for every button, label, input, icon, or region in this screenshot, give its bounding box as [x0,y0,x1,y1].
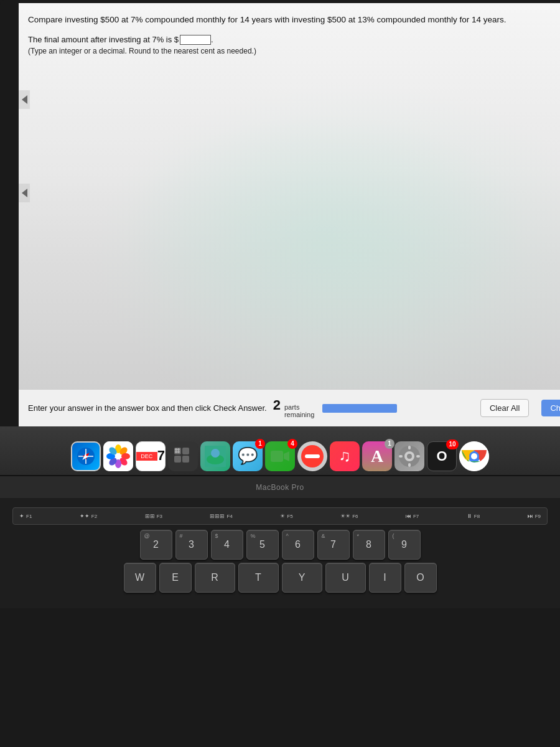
svg-rect-33 [408,463,411,467]
key-8[interactable]: * 8 [353,530,385,560]
tb-f8[interactable]: ⏸ F8 [467,513,480,519]
tb-f7[interactable]: ⏮ F7 [406,513,419,519]
dock-item-music[interactable]: ♫ [330,441,360,471]
tb-f8-icon: ⏸ [467,513,472,519]
number-row: @ 2 # 3 $ 4 % 5 ^ 6 & 7 * 8 ( 9 [12,530,548,560]
answer-input-box[interactable] [180,35,211,45]
svg-rect-16 [174,456,181,463]
dock-item-sysprefs[interactable] [394,441,424,471]
macbook-label-area: MacBook Pro [0,476,560,498]
svg-rect-15 [182,448,189,454]
messages-icon: 💬 1 [233,441,263,471]
tb-f4-icon: ⊞⊞⊞ [210,513,225,519]
tb-f2[interactable]: ✦✦ F2 [80,513,97,519]
keyboard-area: ✦ F1 ✦✦ F2 ⊞⊞ F3 ⊞⊞⊞ F4 ☀ F5 ☀☀ F6 ⏮ F7 … [0,498,560,608]
brightness-icon: ✦ [19,513,24,519]
svg-rect-25 [271,451,283,462]
screensaver-icon [200,441,230,471]
key-6[interactable]: ^ 6 [282,530,314,560]
photos-icon [103,441,133,471]
svg-point-18 [175,448,177,451]
svg-point-21 [177,451,180,453]
calendar-icon: DEC 7 [136,441,166,471]
qwerty-row: W E R T Y U I O [12,563,548,593]
svg-rect-28 [305,454,320,458]
svg-rect-32 [408,446,411,449]
tb-f5[interactable]: ☀ F5 [280,513,292,519]
chrome-icon [459,441,489,471]
dock-area: DEC 7 [0,426,560,476]
no-entry-icon [297,441,327,471]
tb-f9[interactable]: ⏭ F9 [528,513,541,519]
svg-rect-34 [399,455,403,458]
finder-icon [168,441,198,471]
key-o[interactable]: O [404,563,437,593]
answer-subtext: (Type an integer or a decimal. Round to … [28,47,560,55]
tb-f5-icon: ☀ [280,513,285,519]
tb-f2-icon: ✦✦ [80,513,90,519]
notes2-icon: O 10 [427,441,457,471]
parts-label: parts [284,404,314,411]
key-3[interactable]: # 3 [175,530,208,560]
tb-f6-icon: ☀☀ [340,513,350,519]
facetime-icon: 4 [265,441,295,471]
tb-f9-icon: ⏭ [528,513,533,519]
key-u[interactable]: U [325,563,366,593]
svg-point-31 [407,454,412,459]
dock-item-messages[interactable]: 💬 1 [233,441,263,471]
dock-item-facetime[interactable]: 4 [265,441,295,471]
notes2-badge: 10 [446,439,459,449]
key-t[interactable]: T [238,563,279,593]
key-r[interactable]: R [195,563,235,593]
tb-f6[interactable]: ☀☀ F6 [340,513,358,519]
key-7[interactable]: & 7 [317,530,350,560]
macbook-label: MacBook Pro [256,483,304,492]
tb-f7-icon: ⏮ [406,513,411,519]
system-prefs-icon [394,441,424,471]
dock-item-notes[interactable] [297,441,327,471]
nav-arrow-top[interactable] [19,90,30,109]
dock-item-calendar[interactable]: DEC 7 [136,441,166,471]
dock-item-fontbook[interactable]: A 1 [362,441,392,471]
tb-f3[interactable]: ⊞⊞ F3 [145,513,162,519]
bottom-bar: Enter your answer in the answer box and … [19,389,560,426]
key-i[interactable]: I [369,563,401,593]
key-9[interactable]: ( 9 [388,530,421,560]
dock-item-safari[interactable] [71,441,101,471]
messages-badge: 1 [255,439,265,449]
svg-rect-35 [416,455,420,458]
svg-point-20 [175,451,177,453]
dock-item-screensaver[interactable] [200,441,230,471]
key-w[interactable]: W [124,563,156,593]
clear-all-button[interactable]: Clear All [480,399,529,417]
key-5[interactable]: % 5 [246,530,279,560]
dock-item-finder[interactable] [168,441,198,471]
parts-row: 2 parts remaining [273,398,398,418]
fontbook-badge: 1 [385,439,394,449]
dock-item-notes2[interactable]: O 10 [427,441,457,471]
nav-arrow-mid[interactable] [19,184,30,202]
key-2[interactable]: @ 2 [140,530,172,560]
touchbar: ✦ F1 ✦✦ F2 ⊞⊞ F3 ⊞⊞⊞ F4 ☀ F5 ☀☀ F6 ⏮ F7 … [12,507,548,525]
tb-f3-icon: ⊞⊞ [145,513,155,519]
key-e[interactable]: E [159,563,192,593]
svg-point-24 [211,449,220,458]
check-answer-button[interactable]: Ch [541,400,560,416]
key-y[interactable]: Y [282,563,322,593]
enter-answer-text: Enter your answer in the answer box and … [28,403,267,413]
screen-area: Compare investing $500 at 7% compounded … [19,3,560,426]
key-4[interactable]: $ 4 [211,530,243,560]
fontbook-icon: A 1 [362,441,392,471]
parts-remaining-label: remaining [284,411,314,418]
tb-brightness[interactable]: ✦ F1 [19,513,32,519]
parts-number: 2 [273,398,281,412]
progress-bar [322,404,397,413]
tb-f4[interactable]: ⊞⊞⊞ F4 [210,513,232,519]
dock-item-chrome[interactable] [459,441,489,471]
answer-prompt: The final amount after investing at 7% i… [28,35,560,45]
svg-point-19 [177,448,180,451]
dock: DEC 7 [65,431,495,471]
question-text: Compare investing $500 at 7% compounded … [28,9,560,29]
safari-icon [71,441,101,471]
dock-item-photos[interactable] [103,441,133,471]
